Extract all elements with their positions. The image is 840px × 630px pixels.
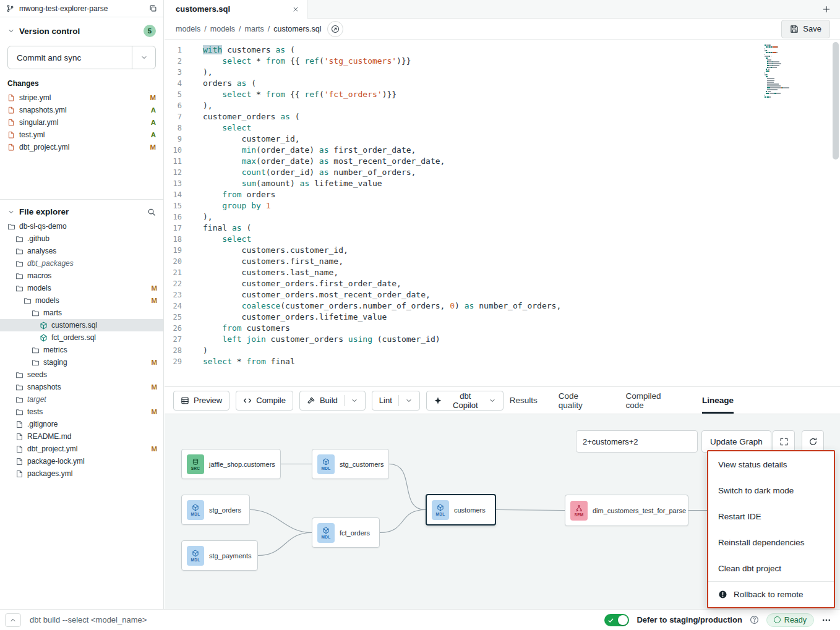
editor-scrollbar[interactable] [833, 42, 839, 384]
code-line-26: 26 from customers [165, 323, 840, 334]
tree-item-staging[interactable]: stagingM [0, 356, 163, 368]
line-number: 19 [165, 245, 187, 256]
menu-item-clean-dbt-project[interactable]: Clean dbt project [708, 555, 834, 581]
tree-item-analyses[interactable]: analyses [0, 245, 163, 257]
folder-icon [15, 284, 24, 292]
menu-item-reinstall-dependencies[interactable]: Reinstall dependencies [708, 529, 834, 555]
button-label: Lint [379, 396, 392, 405]
tree-item-package-lock-yml[interactable]: package-lock.yml [0, 455, 163, 467]
command-input[interactable]: dbt build --select <model_name> [30, 615, 147, 624]
compile-button[interactable]: Compile [236, 391, 293, 411]
change-status-badge: A [151, 131, 156, 138]
tree-item-macros[interactable]: macros [0, 270, 163, 282]
folder-icon [15, 235, 24, 243]
tree-item-models[interactable]: modelsM [0, 282, 163, 294]
lineage-node-customers[interactable]: MDLcustomers [426, 494, 496, 526]
project-bar: mwong-test-explorer-parse [0, 0, 163, 17]
tab-customers-sql[interactable]: customers.sql [165, 0, 307, 19]
tree-item-dbt-packages[interactable]: dbt_packages [0, 257, 163, 270]
menu-item-rollback-to-remote[interactable]: Rollback to remote [708, 581, 834, 607]
ready-label: Ready [784, 616, 807, 624]
change-item-test-yml[interactable]: test.ymlA [0, 129, 163, 141]
tree-item-gitignore[interactable]: .gitignore [0, 418, 163, 430]
editor-minimap[interactable] [765, 45, 798, 98]
tree-item-marts[interactable]: marts [0, 307, 163, 319]
tree-item-fct-orders-sql[interactable]: fct_orders.sql [0, 331, 163, 344]
refresh-graph-button[interactable] [802, 430, 824, 453]
copy-icon[interactable] [149, 4, 157, 12]
lineage-node-stg-customers[interactable]: MDLstg_customers [312, 449, 389, 479]
breadcrumb-item[interactable]: marts [245, 25, 264, 33]
tree-item-dbt-project-yml[interactable]: dbt_project.ymlM [0, 443, 163, 455]
tree-item-label: snapshots [27, 383, 61, 391]
breadcrumb-item[interactable]: models [210, 25, 235, 33]
lineage-node-stg-payments[interactable]: MDLstg_payments [181, 540, 258, 571]
commit-and-sync-button[interactable]: Commit and sync [7, 46, 156, 69]
tree-item-models[interactable]: modelsM [0, 294, 163, 307]
tree-item-seeds[interactable]: seeds [0, 368, 163, 381]
menu-item-restart-ide[interactable]: Restart IDE [708, 503, 834, 529]
close-icon[interactable] [292, 6, 299, 13]
menu-item-switch-to-dark-mode[interactable]: Switch to dark mode [708, 477, 834, 503]
tree-item-packages-yml[interactable]: packages.yml [0, 467, 163, 480]
tree-item-snapshots[interactable]: snapshotsM [0, 381, 163, 393]
lineage-search-input[interactable] [576, 430, 698, 453]
commit-dropdown-toggle[interactable] [132, 46, 155, 69]
help-icon[interactable] [750, 615, 759, 624]
code-editor[interactable]: 1with customers as (2 select * from {{ r… [165, 40, 840, 386]
change-item-singular-yml[interactable]: singular.ymlA [0, 116, 163, 129]
model-icon [322, 527, 330, 534]
tree-item-customers-sql[interactable]: customers.sql [0, 319, 163, 331]
dbt-copilot-button[interactable]: dbt Copilot [426, 391, 504, 411]
chevron-down-icon [7, 27, 15, 35]
change-item-stripe-yml[interactable]: stripe.ymlM [0, 92, 163, 104]
search-icon[interactable] [147, 208, 156, 216]
code-line-17: 17final as ( [165, 223, 840, 234]
tree-item-label: models [27, 284, 51, 292]
tab-code-quality[interactable]: Code quality [559, 387, 605, 414]
version-control-header[interactable]: Version control 5 [0, 17, 163, 41]
open-link-button[interactable] [327, 21, 343, 37]
lineage-node-dim-customers-test-for-parse[interactable]: SEMdim_customers_test_for_parse [565, 495, 688, 526]
lint-button[interactable]: Lint [372, 391, 420, 411]
file-explorer-header[interactable]: File explorer [0, 200, 163, 220]
lineage-node-jaffle-shop-customers[interactable]: SRCjaffle_shop.customers [181, 449, 281, 479]
folder-icon [24, 297, 32, 305]
tree-item-tests[interactable]: testsM [0, 406, 163, 418]
menu-item-view-status-details[interactable]: View status details [708, 451, 834, 477]
lineage-node-fct-orders[interactable]: MDLfct_orders [312, 517, 380, 548]
build-button[interactable]: Build [299, 391, 366, 411]
tree-item-github[interactable]: .github [0, 232, 163, 245]
more-options-button[interactable] [821, 615, 831, 625]
tree-item-label: dbt_project.yml [27, 445, 77, 453]
tab-results[interactable]: Results [510, 387, 538, 414]
tree-item-target[interactable]: target [0, 393, 163, 406]
update-graph-button[interactable]: Update Graph [701, 430, 771, 453]
code-line-16: 16), [165, 211, 840, 223]
tree-item-db-sl-qs-demo[interactable]: db-sl-qs-demo [0, 220, 163, 232]
change-item-snapshots-yml[interactable]: snapshots.ymlA [0, 104, 163, 116]
status-badge: Ready [766, 613, 814, 627]
save-button[interactable]: Save [781, 20, 830, 38]
button-label: dbt Copilot [447, 391, 484, 410]
breadcrumb-item[interactable]: customers.sql [273, 25, 321, 33]
node-type-chip: SRC [187, 454, 204, 474]
tree-item-metrics[interactable]: metrics [0, 344, 163, 356]
breadcrumb-item[interactable]: models [176, 25, 200, 33]
new-tab-button[interactable] [813, 0, 840, 18]
fork-icon [575, 504, 583, 512]
scrollbar-thumb[interactable] [833, 42, 839, 160]
git-branch-icon [6, 4, 14, 12]
change-item-dbt-project-yml[interactable]: dbt_project.ymlM [0, 141, 163, 153]
status-bar-right: Defer to staging/production Ready [604, 613, 840, 627]
preview-button[interactable]: Preview [173, 391, 229, 411]
defer-toggle[interactable] [604, 614, 629, 626]
node-type-chip: MDL [317, 454, 335, 474]
menu-item-label: Reinstall dependencies [718, 538, 805, 547]
tab-lineage[interactable]: Lineage [702, 387, 734, 414]
tree-item-readme-md[interactable]: README.md [0, 430, 163, 443]
fullscreen-button[interactable] [773, 430, 795, 453]
tab-compiled-code[interactable]: Compiled code [625, 387, 681, 414]
command-bar-expand-button[interactable] [5, 613, 21, 627]
lineage-node-stg-orders[interactable]: MDLstg_orders [181, 495, 250, 525]
